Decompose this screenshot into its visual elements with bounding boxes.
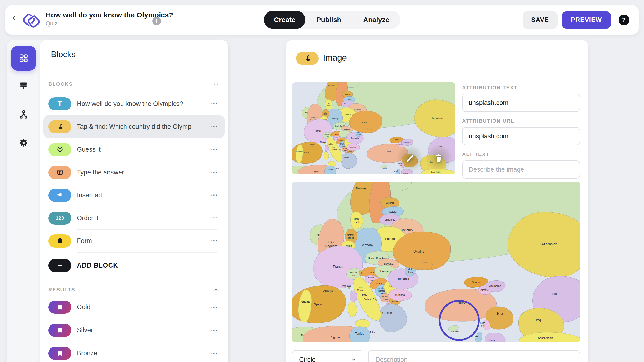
marker-description-input[interactable] (368, 350, 580, 362)
country-label: Norway (328, 85, 334, 87)
country-label: Italy (332, 146, 335, 148)
country-label: Estonia (386, 201, 394, 204)
country-label: Leba- non (480, 322, 486, 327)
country-label: Algeria (330, 336, 340, 339)
divider (77, 229, 217, 230)
attribution-text-input[interactable] (462, 94, 580, 112)
block-menu-button[interactable]: ··· (210, 237, 219, 245)
country-label: Portugal (296, 150, 303, 152)
mode-tabs: Create Publish Analyze (264, 11, 400, 29)
delete-image-button[interactable] (424, 144, 453, 173)
help-button[interactable]: ? (618, 14, 629, 25)
result-list-item[interactable]: Silver··· (40, 319, 228, 342)
block-editor: Image KazakhstanNorwayIrelandUnited King… (286, 40, 588, 362)
block-menu-button[interactable]: ··· (210, 123, 219, 131)
country-label: Spain (314, 303, 322, 306)
collapse-blocks-chevron-icon[interactable] (213, 81, 219, 87)
tab-create[interactable]: Create (264, 11, 305, 29)
block-list-item[interactable]: ? Guess it··· (40, 138, 228, 161)
block-list-item[interactable]: 123Order it··· (40, 207, 228, 229)
country-label: Estonia (345, 93, 350, 95)
sidebar-item-blocks[interactable] (11, 46, 36, 71)
header-bar: ‹ How well do you know the Olympics? Qui… (5, 5, 639, 34)
result-label: Gold (77, 304, 90, 311)
tab-publish[interactable]: Publish (305, 11, 352, 29)
attribution-text-label: ATTRIBUTION TEXT (462, 85, 580, 90)
country-label: Greece (343, 157, 349, 159)
tab-analyze[interactable]: Analyze (352, 11, 400, 29)
country-label: Georgia (472, 281, 481, 284)
alt-text-input[interactable] (462, 160, 580, 178)
result-list-item[interactable]: Gold··· (40, 296, 228, 319)
block-label: Form (77, 237, 92, 245)
country-label: Kazakhstan (432, 117, 443, 119)
back-chevron-icon[interactable]: ‹ (12, 12, 16, 22)
block-list-item[interactable]: T Type the answer··· (40, 161, 228, 184)
country-label: Poland (385, 237, 395, 241)
app: ‹ How well do you know the Olympics? Qui… (0, 0, 644, 362)
add-block-button[interactable]: ADD BLOCK (40, 252, 228, 279)
svg-text:T: T (58, 171, 61, 174)
country-label: Nether- lands (347, 234, 355, 239)
country-label: Jordan (403, 173, 408, 174)
country-label: Cyprus (382, 168, 387, 169)
shape-select[interactable]: Circle (292, 350, 364, 362)
country-shape (379, 304, 407, 332)
plus-icon (48, 259, 72, 272)
branch-icon (18, 109, 29, 120)
block-menu-button[interactable]: ··· (210, 214, 219, 222)
sidebar-item-logic[interactable] (18, 109, 29, 120)
left-panel: Blocks BLOCKS THow well do you know the … (7, 40, 228, 362)
block-list-item[interactable]: Tap & find: Which country did the Olympi… (40, 115, 228, 138)
blocks-panel-title: Blocks (51, 49, 76, 59)
country-label: Ukraine (360, 121, 367, 123)
sidebar-item-settings[interactable] (18, 138, 29, 148)
country-label: Azerbaijan (404, 141, 411, 143)
country-label: Portugal (300, 300, 310, 304)
info-icon[interactable]: i (152, 17, 161, 25)
country-label: France (315, 130, 321, 132)
block-menu-button[interactable]: ··· (210, 168, 219, 176)
result-menu-button[interactable]: ··· (210, 326, 219, 334)
block-list-item[interactable]: Form··· (40, 229, 228, 252)
shape-select-value: Circle (299, 356, 316, 362)
alt-text-label: ALT TEXT (462, 151, 580, 157)
country-label: Monte- negro (382, 296, 389, 301)
result-label: Bronze (77, 350, 98, 357)
app-logo[interactable] (19, 11, 41, 30)
divider (77, 252, 217, 253)
image-thumbnail[interactable]: KazakhstanNorwayIrelandUnited KingdomDen… (292, 82, 455, 174)
block-menu-button[interactable]: ··· (210, 100, 219, 108)
block-list-item[interactable]: Insert ad··· (40, 184, 228, 207)
result-menu-button[interactable]: ··· (210, 350, 219, 358)
result-list-item[interactable]: Bronze··· (40, 342, 228, 362)
country-label: Georgia (394, 139, 400, 141)
sidebar-item-design[interactable] (18, 80, 29, 91)
save-button[interactable]: SAVE (522, 11, 558, 28)
collapse-results-chevron-icon[interactable] (213, 287, 219, 293)
svg-text:?: ? (59, 147, 61, 151)
country-label: Ukraine (414, 250, 424, 254)
block-list-item[interactable]: THow well do you know the Olympics?··· (40, 92, 228, 115)
country-label: Jordan (488, 339, 496, 342)
country-label: Switzer- land (350, 271, 358, 277)
block-menu-button[interactable]: ··· (210, 145, 219, 153)
guess-block-icon: ? (48, 143, 72, 156)
attribution-url-input[interactable] (462, 127, 580, 145)
country-label: Tunisia (355, 333, 364, 336)
block-label: How well do you know the Olympics? (77, 100, 183, 108)
block-menu-button[interactable]: ··· (210, 191, 219, 199)
result-menu-button[interactable]: ··· (210, 303, 219, 311)
block-label: Order it (77, 214, 98, 222)
edit-image-button[interactable] (396, 144, 424, 173)
country-label: Latvia (347, 98, 351, 100)
country-label: Iraq (536, 319, 541, 322)
thumbnail-tools (396, 144, 453, 173)
text-block-icon: T (48, 97, 72, 110)
country-label: Tunisia (328, 169, 333, 171)
country-label: Romania (397, 277, 409, 281)
country-shape (364, 128, 372, 133)
tap-area-map[interactable]: KazakhstanNorwayIrelandUnited KingdomDen… (292, 182, 580, 342)
country-shape (324, 145, 329, 152)
preview-button[interactable]: PREVIEW (562, 11, 611, 28)
